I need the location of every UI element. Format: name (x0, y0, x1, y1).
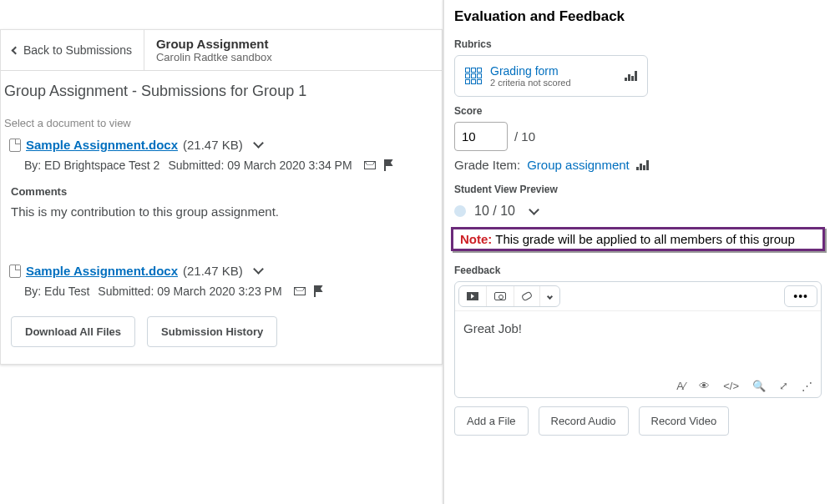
student-preview-label: Student View Preview (444, 175, 832, 200)
toolbar-more-button[interactable]: ••• (784, 285, 817, 307)
score-max: / 10 (514, 129, 535, 144)
insert-link-button[interactable] (514, 286, 540, 306)
chevron-down-icon[interactable] (529, 204, 539, 215)
submission-actions: Download All Files Submission History (1, 305, 442, 364)
file-link[interactable]: Sample Assignment.docx (26, 138, 178, 152)
document-icon (9, 139, 21, 152)
accessibility-icon[interactable]: 👁 (699, 380, 710, 392)
feedback-actions: Add a File Record Audio Record Video (444, 406, 832, 446)
chevron-left-icon (12, 46, 20, 54)
record-audio-button[interactable]: Record Audio (539, 406, 629, 436)
document-icon (9, 265, 21, 278)
note-text: This grade will be applied to all member… (495, 232, 795, 246)
stats-icon[interactable] (625, 71, 637, 81)
submission-meta-row: By: Edu Test Submitted: 09 March 2020 3:… (1, 281, 442, 305)
file-link[interactable]: Sample Assignment.docx (26, 264, 178, 278)
envelope-icon[interactable] (364, 161, 376, 169)
media-icon (467, 292, 478, 300)
chevron-down-icon[interactable] (253, 264, 264, 275)
rubric-link[interactable]: Grading form (490, 64, 616, 78)
select-document-label: Select a document to view (1, 105, 442, 134)
preview-icon[interactable]: 🔍 (752, 380, 766, 392)
resize-handle-icon[interactable]: ⋰ (802, 380, 812, 392)
add-file-button[interactable]: Add a File (454, 406, 529, 436)
stats-icon[interactable] (636, 160, 649, 170)
note-label: Note: (460, 232, 492, 246)
submission-meta-row: By: ED Brightspace Test 2 Submitted: 09 … (1, 155, 442, 179)
evaluation-panel: Evaluation and Feedback Rubrics Grading … (443, 0, 832, 504)
insert-media-button[interactable] (459, 286, 487, 306)
editor-toolbar: ••• (455, 282, 821, 311)
assignment-title: Group Assignment (156, 37, 272, 51)
rubric-body: Grading form 2 criteria not scored (490, 64, 616, 88)
page-heading: Group Assignment - Submissions for Group… (1, 71, 442, 105)
score-label: Score (444, 97, 832, 122)
file-size: (21.47 KB) (183, 138, 243, 152)
chevron-down-icon (547, 293, 553, 299)
feedback-editor: ••• Great Job! A⁄ 👁 </> 🔍 ⤢ ⋰ (454, 281, 822, 398)
insert-group (458, 285, 560, 307)
student-preview-row: 10 / 10 (444, 200, 832, 222)
preview-value: 10 / 10 (474, 204, 515, 219)
submitted-by: By: ED Brightspace Test 2 (24, 159, 159, 172)
feedback-label: Feedback (444, 256, 832, 281)
camera-icon (494, 292, 506, 300)
back-label: Back to Submissions (23, 43, 132, 57)
back-to-submissions-button[interactable]: Back to Submissions (1, 30, 144, 70)
editor-footer: A⁄ 👁 </> 🔍 ⤢ ⋰ (455, 375, 821, 397)
submission-file-row: Sample Assignment.docx (21.47 KB) (1, 260, 442, 281)
evaluation-heading: Evaluation and Feedback (444, 0, 832, 30)
file-size: (21.47 KB) (183, 264, 243, 278)
submitted-by: By: Edu Test (24, 285, 89, 298)
record-video-button[interactable]: Record Video (639, 406, 730, 436)
fullscreen-icon[interactable]: ⤢ (779, 380, 788, 392)
assignment-subtitle: Carolin Radtke sandbox (156, 51, 272, 63)
grade-item-row: Grade Item: Group assignment (444, 151, 832, 175)
submission-history-button[interactable]: Submission History (147, 316, 277, 347)
submitted-date: Submitted: 09 March 2020 3:23 PM (98, 285, 281, 298)
grade-item-label: Grade Item: (454, 158, 520, 172)
submission-file-row: Sample Assignment.docx (21.47 KB) (1, 134, 442, 155)
score-input[interactable] (454, 122, 508, 151)
score-row: / 10 (444, 122, 832, 151)
group-grade-note: Note: This grade will be applied to all … (451, 227, 825, 251)
flag-icon[interactable] (384, 159, 394, 171)
flag-icon[interactable] (314, 285, 324, 297)
preview-dot-icon (454, 205, 466, 217)
spellcheck-icon[interactable]: A⁄ (676, 380, 686, 392)
chevron-down-icon[interactable] (253, 138, 264, 149)
rubrics-label: Rubrics (444, 30, 832, 55)
submissions-panel: Back to Submissions Group Assignment Car… (0, 29, 443, 365)
rubric-subtext: 2 criteria not scored (490, 78, 616, 88)
rubric-card[interactable]: Grading form 2 criteria not scored (454, 55, 648, 97)
envelope-icon[interactable] (294, 287, 306, 295)
comments-body: This is my contribution to this group as… (1, 201, 442, 235)
submitted-date: Submitted: 09 March 2020 3:34 PM (168, 159, 352, 172)
assignment-title-block: Group Assignment Carolin Radtke sandbox (144, 30, 284, 70)
link-icon (521, 291, 533, 302)
download-all-button[interactable]: Download All Files (11, 316, 135, 347)
html-source-icon[interactable]: </> (723, 380, 739, 392)
feedback-textarea[interactable]: Great Job! (455, 311, 821, 375)
comments-label: Comments (1, 179, 442, 201)
left-header: Back to Submissions Group Assignment Car… (1, 30, 442, 71)
grade-item-link[interactable]: Group assignment (527, 158, 630, 172)
rubric-grid-icon (465, 68, 482, 84)
insert-more-dropdown[interactable] (540, 286, 559, 306)
insert-image-button[interactable] (487, 286, 514, 306)
